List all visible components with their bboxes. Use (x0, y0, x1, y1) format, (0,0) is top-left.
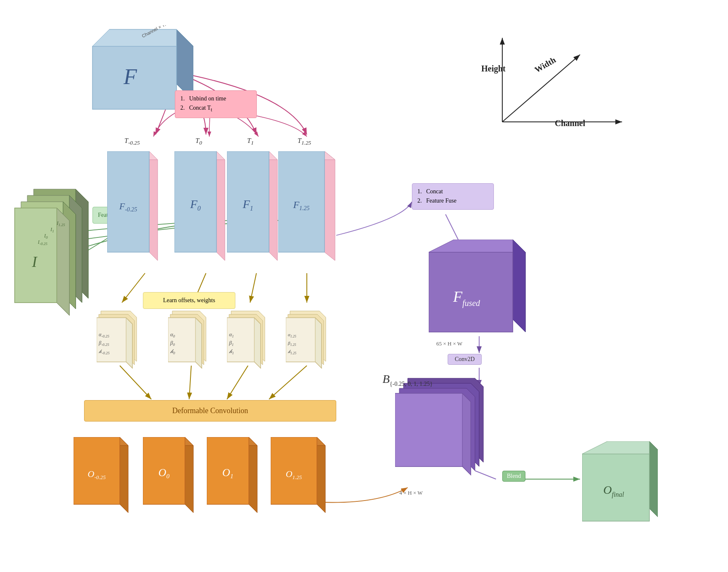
svg-marker-92 (513, 240, 525, 332)
diagram-container: F Channel × Time × H × W 1. Unbind on ti… (0, 0, 728, 572)
svg-marker-24 (269, 151, 277, 261)
svg-marker-28 (324, 151, 335, 261)
svg-marker-103 (582, 454, 649, 521)
concat-note-item1: 1. Concat (417, 187, 488, 196)
f-fused-dimension: 65 × H × W (436, 340, 462, 347)
svg-marker-104 (582, 441, 649, 454)
feature-map-f-minus025: F-0.25 (107, 151, 162, 279)
b-dimension: 4 × H × W (399, 490, 423, 496)
width-axis-label: Width (533, 55, 557, 75)
output-o125: O1.25 (271, 437, 330, 523)
offset-group-minus025: α-0.25 β-0.25 𝒽-0.25 (97, 307, 143, 372)
svg-marker-102 (649, 441, 658, 521)
time-label-t-minus: T-0.25 (124, 137, 140, 146)
unbind-note: 1. Unbind on time 2. Concat Tt (175, 90, 257, 118)
svg-marker-20 (216, 151, 225, 261)
concat-fuse-note: 1. Concat 2. Feature Fuse (412, 183, 494, 210)
offset-group-0: α0 β0 𝒽0 (168, 307, 210, 372)
feature-map-f125: F1.25 (278, 151, 341, 279)
svg-marker-100 (395, 393, 462, 467)
height-axis-label: Height (481, 64, 506, 74)
svg-marker-18 (107, 151, 149, 252)
time-label-t1: T1 (247, 137, 254, 146)
svg-text:I: I (32, 253, 38, 270)
output-o-minus025: O-0.25 (74, 437, 132, 523)
svg-marker-75 (120, 437, 128, 513)
time-label-t125: T1.25 (298, 137, 311, 146)
deformable-conv-label: Deformable Convolution (84, 400, 336, 422)
svg-marker-79 (185, 437, 193, 513)
concat-note-item2: 2. Feature Fuse (417, 196, 488, 206)
output-o1: O1 (207, 437, 261, 523)
svg-marker-30 (278, 151, 324, 252)
conv2d-label: Conv2D (448, 354, 482, 365)
time-label-t0: T0 (195, 137, 202, 146)
svg-marker-71 (286, 318, 315, 362)
blend-button[interactable]: Blend (502, 471, 525, 482)
unbind-note-item2: 2. Concat Tt (180, 103, 251, 114)
offset-group-125: α1.25 β1.25 𝒽1.25 (286, 307, 332, 372)
svg-marker-77 (74, 437, 120, 504)
b-label: B{-0.25, 0, 1, 1.25} (382, 372, 433, 387)
f-fused-tensor: Ffused (429, 240, 530, 355)
svg-marker-93 (429, 252, 513, 332)
svg-marker-13 (92, 29, 177, 46)
svg-marker-89 (271, 437, 317, 504)
svg-text:F: F (123, 65, 137, 89)
svg-marker-87 (317, 437, 325, 513)
offset-group-1: α1 β1 𝒽1 (227, 307, 269, 372)
feature-map-f1: F1 (227, 151, 282, 279)
svg-marker-83 (249, 437, 257, 513)
b-tensor-stack (395, 370, 488, 489)
o-final-tensor: Ofinal (582, 441, 658, 535)
channel-axis-label: Channel (555, 119, 585, 128)
output-o0: O0 (143, 437, 198, 523)
svg-marker-94 (429, 240, 513, 252)
svg-marker-16 (149, 151, 158, 261)
feature-map-f0: F0 (174, 151, 229, 279)
input-i-stack: I I1.25 I1 I0 I-0.25 Channel × Time × H … (13, 181, 92, 325)
unbind-note-item1: 1. Unbind on time (180, 94, 251, 103)
